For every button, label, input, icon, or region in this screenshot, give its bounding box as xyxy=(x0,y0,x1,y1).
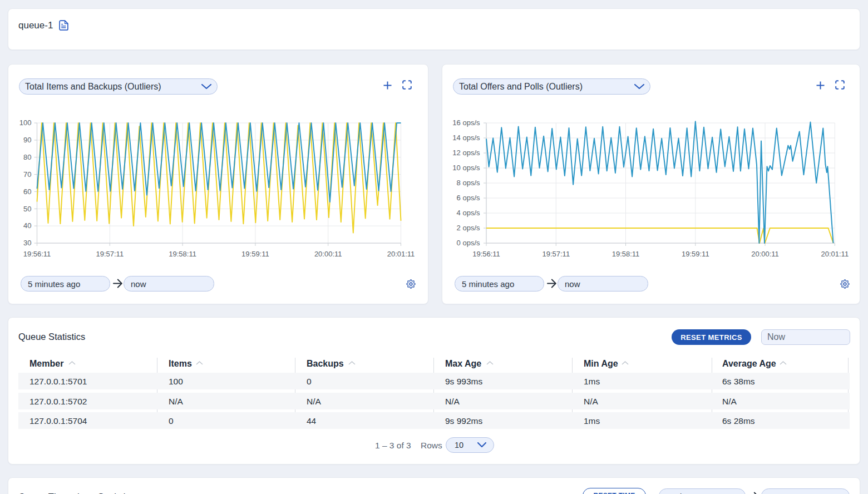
svg-text:19:57:11: 19:57:11 xyxy=(96,250,124,258)
svg-text:10 ops/s: 10 ops/s xyxy=(452,164,480,172)
svg-text:70: 70 xyxy=(23,170,31,179)
svg-text:80: 80 xyxy=(23,153,31,161)
svg-text:100: 100 xyxy=(19,118,32,127)
svg-text:2 ops/s: 2 ops/s xyxy=(457,224,480,232)
svg-text:0 ops/s: 0 ops/s xyxy=(457,239,480,247)
svg-text:19:57:11: 19:57:11 xyxy=(542,250,570,258)
svg-text:19:56:11: 19:56:11 xyxy=(23,250,51,258)
svg-text:20:01:11: 20:01:11 xyxy=(387,250,415,258)
svg-text:60: 60 xyxy=(23,187,31,196)
svg-text:20:00:11: 20:00:11 xyxy=(751,250,779,258)
svg-text:19:56:11: 19:56:11 xyxy=(472,250,500,258)
svg-text:19:58:11: 19:58:11 xyxy=(612,250,640,258)
svg-text:14 ops/s: 14 ops/s xyxy=(452,134,480,142)
svg-text:12 ops/s: 12 ops/s xyxy=(452,149,480,157)
svg-text:20:00:11: 20:00:11 xyxy=(314,250,342,258)
svg-text:19:59:11: 19:59:11 xyxy=(241,250,269,258)
svg-text:40: 40 xyxy=(23,221,31,230)
svg-text:8 ops/s: 8 ops/s xyxy=(457,179,480,187)
svg-text:19:59:11: 19:59:11 xyxy=(682,250,709,258)
svg-text:50: 50 xyxy=(23,205,31,213)
svg-text:4 ops/s: 4 ops/s xyxy=(457,209,480,217)
svg-text:90: 90 xyxy=(23,136,31,144)
svg-text:20:01:11: 20:01:11 xyxy=(821,250,849,258)
svg-text:19:58:11: 19:58:11 xyxy=(169,250,196,258)
svg-text:16 ops/s: 16 ops/s xyxy=(452,118,480,127)
svg-text:6 ops/s: 6 ops/s xyxy=(457,194,480,202)
svg-text:30: 30 xyxy=(23,239,31,247)
